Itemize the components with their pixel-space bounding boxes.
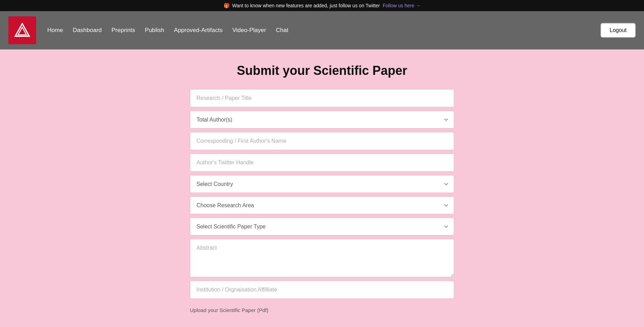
svg-marker-0 (15, 24, 29, 36)
top-banner: 🎁 Want to know when new features are add… (0, 0, 644, 11)
institution-input[interactable] (190, 281, 454, 299)
page-title: Submit your Scientific Paper (237, 63, 407, 78)
navbar: Home Dashboard Preprints Publish Approve… (0, 11, 644, 49)
upload-label: Upload your Scientific Paper (Pdf) (190, 302, 454, 318)
banner-message: Want to know when new features are added… (232, 3, 380, 8)
logo-icon (14, 22, 31, 39)
abstract-textarea[interactable] (190, 239, 454, 277)
country-select[interactable]: Select Country United States United King… (190, 175, 454, 193)
nav-approved-artifacts[interactable]: Approved-Artifacts (174, 27, 223, 34)
nav-video-player[interactable]: Video-Player (232, 27, 266, 34)
nav-publish[interactable]: Publish (145, 27, 164, 34)
twitter-handle-input[interactable] (190, 154, 454, 172)
paper-title-input[interactable] (190, 89, 454, 107)
first-author-input[interactable] (190, 132, 454, 150)
paper-type-select[interactable]: Select Scientific Paper Type Review Arti… (190, 218, 454, 235)
follow-link[interactable]: Follow us here → (383, 3, 420, 8)
logo[interactable] (8, 16, 36, 44)
nav-preprints[interactable]: Preprints (112, 27, 135, 34)
main-content: Submit your Scientific Paper Total Autho… (0, 49, 644, 327)
gift-icon: 🎁 (224, 3, 230, 8)
nav-chat[interactable]: Chat (276, 27, 288, 34)
submit-form: Total Author(s) 1 2 3 4 5 6+ Select Coun… (190, 89, 454, 318)
total-authors-select[interactable]: Total Author(s) 1 2 3 4 5 6+ (190, 111, 454, 129)
nav-links: Home Dashboard Preprints Publish Approve… (47, 27, 601, 34)
logout-button[interactable]: Logout (601, 23, 636, 38)
nav-dashboard[interactable]: Dashboard (73, 27, 102, 34)
research-area-select[interactable]: Choose Research Area Biology Chemistry P… (190, 196, 454, 214)
nav-home[interactable]: Home (47, 27, 63, 34)
